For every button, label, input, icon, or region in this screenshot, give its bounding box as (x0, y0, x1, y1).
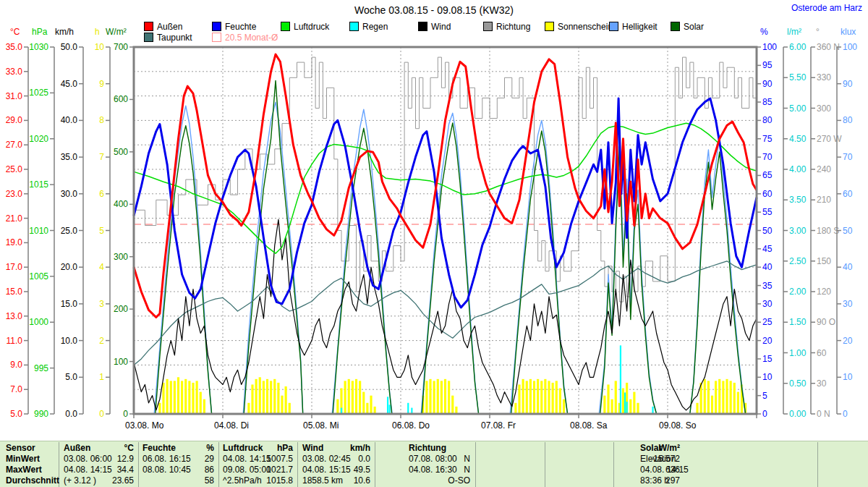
regen-bar (411, 408, 412, 413)
pct-tick-label: 100 (762, 42, 777, 52)
sonnenschein-bar (622, 389, 624, 413)
sonnenschein-bar (247, 403, 250, 413)
temp-tick-label: 29.0 (6, 115, 23, 125)
wm2-tick-label: 700 (114, 42, 128, 52)
dir-tick-label: 360 N (817, 42, 840, 52)
klux-tick-label: 90 (843, 79, 853, 89)
kmh-tick-label: 10.0 (61, 336, 78, 346)
lm2-tick-label: 6.00 (789, 42, 807, 52)
sonnenschein-bar (281, 396, 283, 413)
table-max-value: 86 (142, 465, 214, 475)
pct-tick-label: 30 (762, 299, 773, 309)
temp-tick-label: 5.0 (10, 409, 22, 419)
pct-tick-label: 65 (762, 170, 773, 180)
sonnenschein-bar (533, 381, 535, 413)
pct-tick-label: 75 (762, 134, 773, 144)
hpa-tick-label: 1000 (29, 317, 48, 327)
klux-tick-label: 40 (843, 262, 853, 272)
h-tick-label: 8 (99, 115, 104, 125)
sonnenschein-bar (200, 392, 202, 413)
dir-tick-label: 210 (817, 195, 831, 205)
kmh-tick-label: 40.0 (61, 115, 78, 125)
sonnenschein-bar (441, 381, 443, 413)
dir-axis-unit: ° (816, 27, 820, 37)
x-axis-day-label: 07.08. Fr (481, 420, 516, 431)
lm2-tick-label: 2.00 (789, 287, 807, 297)
x-axis-day-label: 04.08. Di (214, 420, 249, 431)
sonnenschein-bar (359, 381, 361, 413)
pct-tick-label: 45 (762, 244, 773, 254)
temp-tick-label: 11.0 (7, 336, 23, 346)
lm2-tick-label: 3.00 (789, 226, 807, 236)
h-tick-label: 5 (99, 226, 104, 236)
pct-tick-label: 60 (762, 189, 773, 199)
lm2-tick-label: 3.50 (789, 195, 807, 205)
hpa-axis-unit: hPa (32, 27, 48, 37)
sonnenschein-bar (544, 379, 546, 413)
temp-tick-label: 33.0 (6, 67, 23, 77)
table-row-label: Durchschnitt (6, 475, 59, 486)
sonnenschein-bar (522, 379, 524, 413)
regen-bar (407, 403, 409, 413)
sonnenschein-bar (251, 384, 253, 413)
kmh-tick-label: 35.0 (61, 152, 78, 162)
sonnenschein-bar (526, 381, 528, 413)
regen-bar (652, 407, 653, 413)
sonnenschein-bar (203, 399, 205, 413)
temp-tick-label: 15.0 (6, 287, 23, 297)
h-tick-label: 3 (99, 299, 104, 309)
pct-axis-unit: % (760, 27, 768, 37)
table-col-unit: % (142, 443, 214, 454)
hpa-tick-label: 1015 (29, 179, 48, 190)
sonnenschein-bar (629, 399, 631, 413)
pct-tick-label: 35 (762, 281, 773, 291)
table-avg-value: 58 (142, 475, 214, 486)
sonnenschein-bar (726, 379, 728, 413)
klux-tick-label: 0 (843, 409, 848, 419)
regen-bar (341, 408, 342, 413)
sonnenschein-bar (733, 383, 736, 413)
h-tick-label: 7 (99, 152, 104, 162)
lm2-tick-label: 1.50 (789, 317, 807, 327)
temp-tick-label: 13.0 (6, 311, 23, 321)
pct-tick-label: 5 (762, 391, 767, 401)
wm2-tick-label: 600 (114, 94, 128, 104)
table-separator (218, 442, 219, 487)
sonnenschein-bar (529, 379, 532, 413)
regen-bar (620, 345, 621, 413)
table-max-value: 49.5 (302, 465, 370, 475)
sonnenschein-bar (696, 403, 698, 413)
table-col-unit: km/h (302, 443, 370, 454)
kmh-tick-label: 30.0 (61, 189, 78, 199)
hpa-tick-label: 1030 (29, 42, 48, 52)
sonnenschein-bar (563, 399, 565, 413)
lm2-tick-label: 5.50 (789, 72, 807, 82)
sonnenschein-bar (537, 379, 539, 413)
wm2-tick-label: 300 (114, 252, 128, 262)
temp-tick-label: 19.0 (6, 237, 23, 247)
sonnenschein-bar (611, 399, 613, 413)
h-tick-label: 0 (99, 409, 104, 419)
dir-tick-label: 60 (817, 348, 827, 358)
kmh-tick-label: 0.0 (65, 409, 77, 419)
sonnenschein-bar (704, 379, 706, 413)
h-tick-label: 1 (99, 372, 104, 382)
temp-tick-label: 17.0 (6, 262, 23, 272)
hpa-tick-label: 1020 (29, 134, 48, 144)
pct-tick-label: 70 (762, 152, 773, 162)
temp-tick-label: 21.0 (6, 213, 23, 224)
table-max-value: 34.4 (64, 465, 134, 475)
klux-tick-label: 100 (843, 42, 857, 52)
wm2-axis-unit: W/m² (106, 27, 127, 37)
hpa-tick-label: 990 (34, 409, 48, 419)
sonnenschein-bar (730, 381, 732, 413)
table-separator (297, 442, 298, 487)
table-avg-value: 297 (640, 475, 680, 486)
table-min-value: N (409, 454, 470, 465)
pct-tick-label: 25 (762, 317, 773, 327)
h-tick-label: 10 (95, 42, 105, 52)
lm2-tick-label: 0.50 (789, 378, 807, 389)
sonnenschein-bar (259, 377, 261, 413)
table-min-value: 1007.5 (223, 454, 293, 465)
wm2-tick-label: 0 (123, 409, 128, 419)
